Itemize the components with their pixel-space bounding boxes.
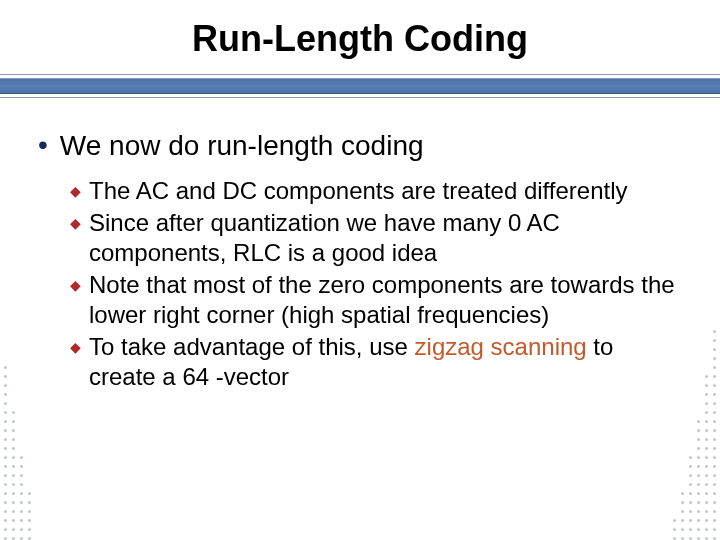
diamond-icon: ◆ — [70, 332, 81, 362]
content-area: • We now do run-length coding ◆ The AC a… — [0, 100, 720, 392]
main-bullet-text: We now do run-length coding — [60, 130, 424, 162]
sub-bullet: ◆ The AC and DC components are treated d… — [70, 176, 682, 206]
sub-bullet-text: To take advantage of this, use zigzag sc… — [89, 332, 682, 392]
divider-line-top — [0, 74, 720, 75]
sub-bullet-text: Note that most of the zero components ar… — [89, 270, 682, 330]
slide: Run-Length Coding • We now do run-length… — [0, 0, 720, 540]
sub-bullet-text: Since after quantization we have many 0 … — [89, 208, 682, 268]
divider — [0, 72, 720, 100]
sub-bullet-prefix: To take advantage of this, use — [89, 333, 415, 360]
sub-bullet: ◆ Note that most of the zero components … — [70, 270, 682, 330]
main-bullet: • We now do run-length coding — [38, 130, 682, 162]
divider-line-bottom — [0, 97, 720, 98]
bullet-dot-icon: • — [38, 130, 48, 160]
slide-title: Run-Length Coding — [0, 0, 720, 72]
diamond-icon: ◆ — [70, 270, 81, 300]
sub-bullet: ◆ Since after quantization we have many … — [70, 208, 682, 268]
sub-bullet-text: The AC and DC components are treated dif… — [89, 176, 628, 206]
diamond-icon: ◆ — [70, 176, 81, 206]
sub-bullet-list: ◆ The AC and DC components are treated d… — [38, 176, 682, 392]
diamond-icon: ◆ — [70, 208, 81, 238]
highlight-text: zigzag scanning — [415, 333, 587, 360]
divider-band — [0, 78, 720, 94]
sub-bullet: ◆ To take advantage of this, use zigzag … — [70, 332, 682, 392]
